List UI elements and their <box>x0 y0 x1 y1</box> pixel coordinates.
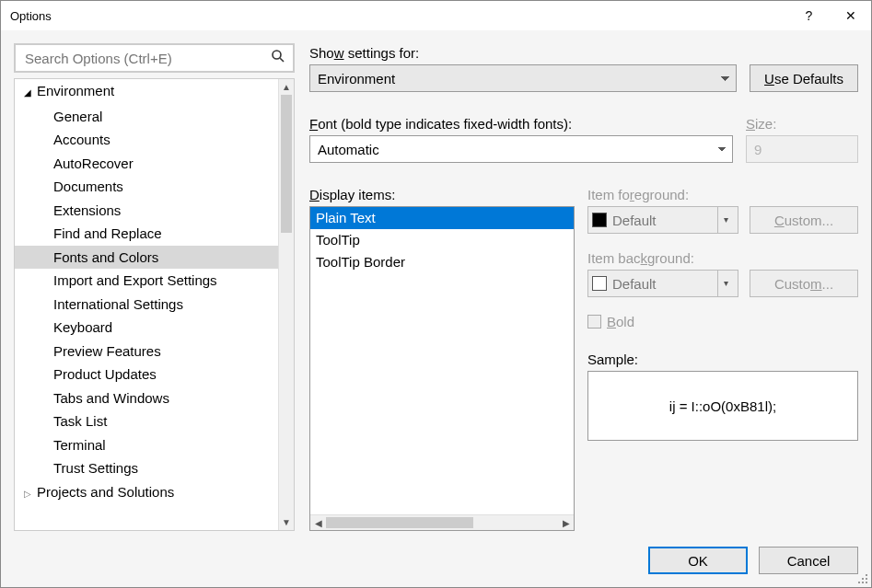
checkbox-icon <box>587 315 601 329</box>
bold-checkbox: Bold <box>587 314 858 329</box>
svg-rect-6 <box>862 582 864 583</box>
tree-item[interactable]: Documents <box>15 175 278 199</box>
tree-item[interactable]: General <box>15 105 278 129</box>
tree-scrollbar[interactable]: ▲ ▼ <box>278 79 294 530</box>
svg-rect-5 <box>858 582 860 583</box>
scroll-up-icon[interactable]: ▲ <box>279 79 294 95</box>
hscroll-left-icon[interactable]: ◀ <box>310 515 326 530</box>
size-label: Size: <box>746 116 858 132</box>
sample-box: ij = I::oO(0xB81l); <box>587 371 858 441</box>
resize-grip-icon[interactable] <box>856 572 869 585</box>
search-icon <box>271 49 285 67</box>
sample-label: Sample: <box>587 352 858 367</box>
scroll-thumb[interactable] <box>281 95 292 233</box>
item-background-label: Item background: <box>587 250 858 266</box>
options-tree: ◢EnvironmentGeneralAccountsAutoRecoverDo… <box>14 78 295 531</box>
custom-foreground-button: Custom... <box>750 206 858 234</box>
tree-item[interactable]: Find and Replace <box>15 222 278 246</box>
svg-rect-3 <box>862 578 864 580</box>
item-foreground-combo: Default ▾ <box>587 206 738 234</box>
tree-item[interactable]: AutoRecover <box>15 152 278 176</box>
caret-right-icon: ▷ <box>22 482 33 506</box>
list-hscroll[interactable]: ◀ ▶ <box>310 514 574 530</box>
options-dialog: Options ? ✕ ◢EnvironmentGeneralAccountsA… <box>0 0 872 588</box>
hscroll-right-icon[interactable]: ▶ <box>558 515 574 530</box>
tree-item[interactable]: Fonts and Colors <box>15 246 278 270</box>
foreground-swatch <box>592 213 607 227</box>
size-combo: 9 <box>746 135 858 163</box>
show-settings-label: Show settings for: <box>309 45 737 61</box>
font-label: Font (bold type indicates fixed-width fo… <box>309 116 733 132</box>
search-box[interactable] <box>14 43 295 73</box>
chevron-down-icon: ▾ <box>717 207 734 233</box>
close-button[interactable]: ✕ <box>830 1 871 30</box>
use-defaults-button[interactable]: Use Defaults <box>750 64 858 92</box>
item-background-combo: Default ▾ <box>587 270 738 297</box>
tree-item[interactable]: Tabs and Windows <box>15 386 278 410</box>
close-icon: ✕ <box>845 8 856 23</box>
svg-line-1 <box>280 58 284 62</box>
tree-item[interactable]: Product Updates <box>15 363 278 386</box>
tree-item[interactable]: Preview Features <box>15 340 278 363</box>
help-button[interactable]: ? <box>788 1 830 30</box>
display-items-label: Display items: <box>309 187 575 202</box>
background-swatch <box>592 276 607 291</box>
list-item[interactable]: ToolTip Border <box>310 251 574 273</box>
font-combo[interactable]: Automatic <box>309 135 733 163</box>
tree-item[interactable]: Terminal <box>15 433 278 457</box>
search-input[interactable] <box>23 50 271 67</box>
item-foreground-label: Item foreground: <box>587 187 858 202</box>
chevron-down-icon: ▾ <box>717 271 734 296</box>
display-items-list[interactable]: Plain TextToolTipToolTip Border ◀ ▶ <box>309 206 575 531</box>
tree-group-environment[interactable]: ◢Environment <box>15 79 278 105</box>
tree-item[interactable]: Extensions <box>15 199 278 223</box>
caret-down-icon: ◢ <box>22 81 33 105</box>
svg-rect-2 <box>866 574 867 576</box>
ok-button[interactable]: OK <box>648 547 748 574</box>
tree-item[interactable]: Trust Settings <box>15 456 278 480</box>
sample-text: ij = I::oO(0xB81l); <box>669 398 776 414</box>
scroll-down-icon[interactable]: ▼ <box>279 514 294 530</box>
svg-rect-7 <box>866 582 867 583</box>
svg-point-0 <box>273 51 281 59</box>
tree-group-projects[interactable]: ▷Projects and Solutions <box>15 480 278 506</box>
hscroll-thumb[interactable] <box>326 517 473 528</box>
title-bar: Options ? ✕ <box>1 1 871 30</box>
cancel-button[interactable]: Cancel <box>759 547 858 574</box>
tree-item[interactable]: International Settings <box>15 293 278 317</box>
custom-background-button: Custom... <box>750 270 858 297</box>
window-title: Options <box>10 9 788 23</box>
tree-item[interactable]: Keyboard <box>15 316 278 340</box>
list-item[interactable]: ToolTip <box>310 229 574 251</box>
tree-item[interactable]: Task List <box>15 409 278 433</box>
show-settings-combo[interactable]: Environment <box>309 64 737 92</box>
list-item[interactable]: Plain Text <box>310 207 574 229</box>
tree-item[interactable]: Accounts <box>15 128 278 152</box>
help-icon: ? <box>806 8 813 23</box>
dialog-body: ◢EnvironmentGeneralAccountsAutoRecoverDo… <box>1 30 871 587</box>
svg-rect-4 <box>866 578 867 580</box>
tree-item[interactable]: Import and Export Settings <box>15 269 278 293</box>
